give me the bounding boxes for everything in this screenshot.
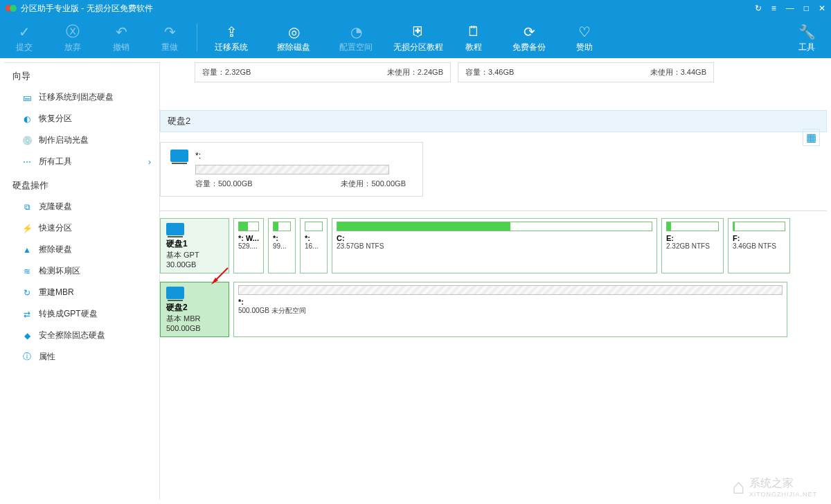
unused-label: 未使用：3.44GB bbox=[650, 67, 706, 78]
sidebar-item-7[interactable]: ⓘ属性 bbox=[4, 346, 159, 368]
sidebar-item-label: 重建MBR bbox=[39, 287, 74, 298]
partition-block[interactable]: *: W...529.... bbox=[233, 218, 264, 273]
sidebar-icon: ◆ bbox=[21, 331, 33, 341]
partition-block[interactable]: F:3.46GB NTFS bbox=[728, 218, 790, 273]
content-area: ▦ 容量：2.32GB未使用：2.24GB容量：3.46GB未使用：3.44GB… bbox=[160, 62, 831, 504]
app-logo-icon bbox=[6, 3, 17, 14]
sidebar-item-1[interactable]: ◐恢复分区 bbox=[4, 108, 159, 129]
wrench-icon: 🔧 bbox=[798, 22, 816, 42]
disk2-unused: 未使用：500.00GB bbox=[341, 179, 406, 189]
disk2-card[interactable]: *: 容量：500.00GB 未使用：500.00GB bbox=[160, 142, 423, 197]
toolbar: ✓提交ⓧ放弃↶撤销↷重做⇪迁移系统◎擦除磁盘◔配置空间⛨无损分区教程🗒教程⟳免费… bbox=[0, 17, 831, 58]
disk-header[interactable]: 硬盘1基本 GPT30.00GB bbox=[160, 218, 229, 273]
refresh-icon[interactable]: ↻ bbox=[755, 3, 762, 13]
sidebar-icon: ◐ bbox=[21, 114, 33, 124]
commit-icon: ✓ bbox=[19, 22, 30, 42]
commit-button: ✓提交 bbox=[0, 17, 48, 58]
partition-block[interactable]: *:16... bbox=[300, 218, 328, 273]
sidebar-item-label: 安全擦除固态硬盘 bbox=[39, 330, 105, 341]
sidebar-item-6[interactable]: ◆安全擦除固态硬盘 bbox=[4, 325, 159, 346]
window-title: 分区助手专业版 - 无损分区免费软件 bbox=[21, 3, 153, 15]
tools-button[interactable]: 🔧工具 bbox=[783, 17, 831, 58]
sidebar-item-label: 属性 bbox=[39, 351, 55, 363]
alloc-icon: ◔ bbox=[350, 22, 362, 42]
migrate-button[interactable]: ⇪迁移系统 bbox=[200, 17, 262, 58]
partition-block[interactable]: C:23.57GB NTFS bbox=[332, 218, 657, 273]
watermark-brand: 系统之家 bbox=[749, 476, 817, 491]
maximize-icon[interactable]: □ bbox=[804, 3, 809, 13]
tutorial2-button[interactable]: 🗒教程 bbox=[449, 17, 498, 58]
alloc-button: ◔配置空间 bbox=[325, 17, 387, 58]
tutorial-icon: ⛨ bbox=[411, 22, 425, 42]
disk2-drive-letter: *: bbox=[195, 151, 201, 161]
sidebar-item-2[interactable]: ▲擦除硬盘 bbox=[4, 239, 159, 260]
undo-button: ↶撤销 bbox=[97, 17, 145, 58]
usage-bar bbox=[238, 285, 783, 295]
capacity-label: 容量：3.46GB bbox=[465, 67, 514, 78]
minimize-icon[interactable]: — bbox=[786, 3, 794, 13]
sidebar-item-0[interactable]: 🖴迁移系统到固态硬盘 bbox=[4, 87, 159, 108]
usage-bar bbox=[666, 222, 719, 231]
backup-button[interactable]: ⟳免费备份 bbox=[498, 17, 560, 58]
view-toggle-icon[interactable]: ▦ bbox=[803, 129, 820, 146]
sidebar-icon: 🖴 bbox=[21, 93, 33, 102]
redo-button: ↷重做 bbox=[145, 17, 194, 58]
partition-card[interactable]: 容量：2.32GB未使用：2.24GB bbox=[195, 62, 451, 82]
sidebar-item-5[interactable]: ⇄转换成GPT硬盘 bbox=[4, 303, 159, 325]
sidebar-icon: ↻ bbox=[21, 288, 33, 298]
undo-icon: ↶ bbox=[116, 22, 127, 42]
menu-icon[interactable]: ≡ bbox=[771, 3, 776, 13]
usage-bar bbox=[733, 222, 785, 231]
partition-block[interactable]: *:99... bbox=[268, 218, 296, 273]
wipe-icon: ◎ bbox=[288, 22, 300, 42]
sidebar-item-label: 所有工具 bbox=[39, 156, 72, 168]
usage-bar bbox=[273, 222, 291, 231]
migrate-icon: ⇪ bbox=[226, 22, 238, 42]
partition-block[interactable]: E:2.32GB NTFS bbox=[661, 218, 724, 273]
chevron-right-icon: › bbox=[148, 157, 151, 167]
unused-label: 未使用：2.24GB bbox=[387, 67, 443, 78]
sidebar-icon: 💿 bbox=[21, 136, 33, 145]
donate-button[interactable]: ♡赞助 bbox=[560, 17, 609, 58]
watermark-site: XITONGZHIJIA.NET bbox=[749, 491, 817, 498]
disk-diagram: 硬盘1基本 GPT30.00GB*: W...529....*:99...*:1… bbox=[160, 210, 827, 500]
svg-point-1 bbox=[10, 5, 17, 12]
discard-icon: ⓧ bbox=[66, 22, 80, 42]
sidebar-ops-title: 硬盘操作 bbox=[4, 172, 159, 196]
sidebar-icon: ⧉ bbox=[21, 202, 33, 212]
discard-button: ⓧ放弃 bbox=[48, 17, 97, 58]
redo-icon: ↷ bbox=[164, 22, 176, 42]
watermark-house-icon: ⌂ bbox=[733, 475, 745, 498]
sidebar-item-4[interactable]: ↻重建MBR bbox=[4, 282, 159, 303]
partition-card[interactable]: 容量：3.46GB未使用：3.44GB bbox=[458, 62, 714, 82]
sidebar-item-0[interactable]: ⧉克隆硬盘 bbox=[4, 196, 159, 217]
disk2-capacity: 容量：500.00GB bbox=[195, 179, 253, 189]
disk2-header[interactable]: 硬盘2 bbox=[160, 110, 827, 132]
tutorial2-icon: 🗒 bbox=[467, 22, 481, 42]
disk-icon bbox=[166, 223, 184, 235]
close-icon[interactable]: ✕ bbox=[819, 3, 825, 13]
sidebar-item-label: 快速分区 bbox=[39, 222, 72, 234]
sidebar-item-label: 制作启动光盘 bbox=[39, 134, 89, 146]
watermark: ⌂ 系统之家 XITONGZHIJIA.NET bbox=[733, 475, 817, 498]
sidebar-icon: ⇄ bbox=[21, 309, 33, 319]
sidebar-wizard-title: 向导 bbox=[4, 63, 159, 87]
donate-icon: ♡ bbox=[578, 22, 591, 42]
tutorial-button[interactable]: ⛨无损分区教程 bbox=[387, 17, 449, 58]
sidebar-item-3[interactable]: ⋯所有工具› bbox=[4, 151, 159, 172]
usage-bar bbox=[305, 222, 323, 231]
wipe-button[interactable]: ◎擦除磁盘 bbox=[262, 17, 325, 58]
sidebar-item-2[interactable]: 💿制作启动光盘 bbox=[4, 129, 159, 151]
disk-header[interactable]: 硬盘2基本 MBR500.00GB bbox=[160, 282, 229, 337]
usage-bar bbox=[337, 222, 652, 231]
sidebar-icon: ⚡ bbox=[21, 224, 33, 233]
sidebar-icon: ≋ bbox=[21, 267, 33, 276]
sidebar-icon: ⋯ bbox=[21, 157, 33, 167]
sidebar-item-3[interactable]: ≋检测坏扇区 bbox=[4, 260, 159, 282]
sidebar-item-label: 擦除硬盘 bbox=[39, 244, 72, 255]
partition-block[interactable]: *:500.00GB 未分配空间 bbox=[233, 282, 787, 337]
sidebar: 向导 🖴迁移系统到固态硬盘◐恢复分区💿制作启动光盘⋯所有工具› 硬盘操作 ⧉克隆… bbox=[4, 62, 160, 500]
sidebar-item-1[interactable]: ⚡快速分区 bbox=[4, 217, 159, 239]
capacity-label: 容量：2.32GB bbox=[202, 67, 251, 78]
sidebar-item-label: 恢复分区 bbox=[39, 113, 72, 125]
